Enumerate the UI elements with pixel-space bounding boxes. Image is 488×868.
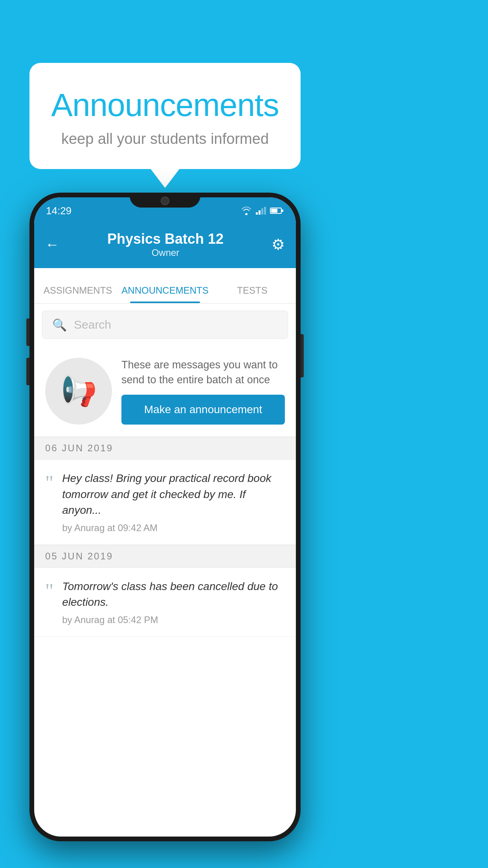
announcement-text-2: Tomorrow's class has been cancelled due … (62, 579, 285, 611)
speech-bubble-subtitle: keep all your students informed (49, 131, 281, 147)
quote-icon-2: " (45, 581, 53, 601)
announcement-text-1: Hey class! Bring your practical record b… (62, 471, 285, 519)
date-separator-2: 05 JUN 2019 (34, 545, 296, 568)
speech-bubble-container: Announcements keep all your students inf… (29, 63, 301, 169)
svg-rect-1 (259, 210, 261, 215)
search-bar-container: 🔍 Search (34, 303, 296, 346)
announcement-meta-2: by Anurag at 05:42 PM (62, 614, 285, 625)
announcement-meta-1: by Anurag at 09:42 AM (62, 522, 285, 533)
announcement-content-1: Hey class! Bring your practical record b… (62, 471, 285, 533)
signal-icon (256, 207, 266, 215)
announcement-item-1: " Hey class! Bring your practical record… (34, 460, 296, 545)
status-icons (241, 206, 284, 215)
header-title-group: Physics Batch 12 Owner (107, 231, 224, 258)
wifi-icon (241, 206, 252, 215)
header-title: Physics Batch 12 (107, 231, 224, 247)
app-header: ← Physics Batch 12 Owner ⚙ (34, 221, 296, 268)
announcement-item-2: " Tomorrow's class has been cancelled du… (34, 568, 296, 637)
megaphone-icon: 📢 (60, 374, 97, 408)
search-bar[interactable]: 🔍 Search (42, 311, 288, 339)
svg-rect-0 (256, 212, 258, 215)
tab-assignments[interactable]: ASSIGNMENTS (34, 285, 121, 303)
search-icon: 🔍 (52, 318, 67, 332)
back-button[interactable]: ← (45, 236, 59, 253)
search-placeholder: Search (74, 318, 111, 331)
tab-announcements[interactable]: ANNOUNCEMENTS (121, 285, 209, 303)
promo-right: These are messages you want to send to t… (121, 358, 285, 425)
phone-container: 14:29 (29, 193, 301, 841)
volume-up-button (26, 318, 29, 346)
svg-rect-2 (261, 208, 263, 215)
status-time: 14:29 (46, 205, 72, 217)
tabs-bar: ASSIGNMENTS ANNOUNCEMENTS TESTS (34, 268, 296, 303)
phone-screen: 14:29 (34, 197, 296, 837)
date-separator-1: 06 JUN 2019 (34, 437, 296, 460)
camera-dot (161, 197, 169, 205)
phone-notch (130, 193, 200, 208)
header-subtitle: Owner (107, 247, 224, 258)
svg-rect-5 (271, 209, 277, 213)
svg-rect-6 (282, 210, 283, 212)
quote-icon-1: " (45, 473, 53, 493)
speech-bubble-title: Announcements (49, 86, 281, 123)
battery-icon (270, 207, 284, 214)
announcement-content-2: Tomorrow's class has been cancelled due … (62, 579, 285, 625)
make-announcement-button[interactable]: Make an announcement (121, 395, 285, 425)
svg-rect-3 (264, 207, 266, 215)
announcement-promo: 📢 These are messages you want to send to… (34, 346, 296, 437)
phone-outer: 14:29 (29, 193, 301, 841)
promo-icon-circle: 📢 (45, 358, 112, 425)
promo-text: These are messages you want to send to t… (121, 358, 285, 388)
volume-down-button (26, 358, 29, 385)
speech-bubble: Announcements keep all your students inf… (29, 63, 301, 169)
tab-tests[interactable]: TESTS (209, 285, 296, 303)
settings-icon[interactable]: ⚙ (272, 236, 285, 253)
power-button (301, 334, 304, 377)
